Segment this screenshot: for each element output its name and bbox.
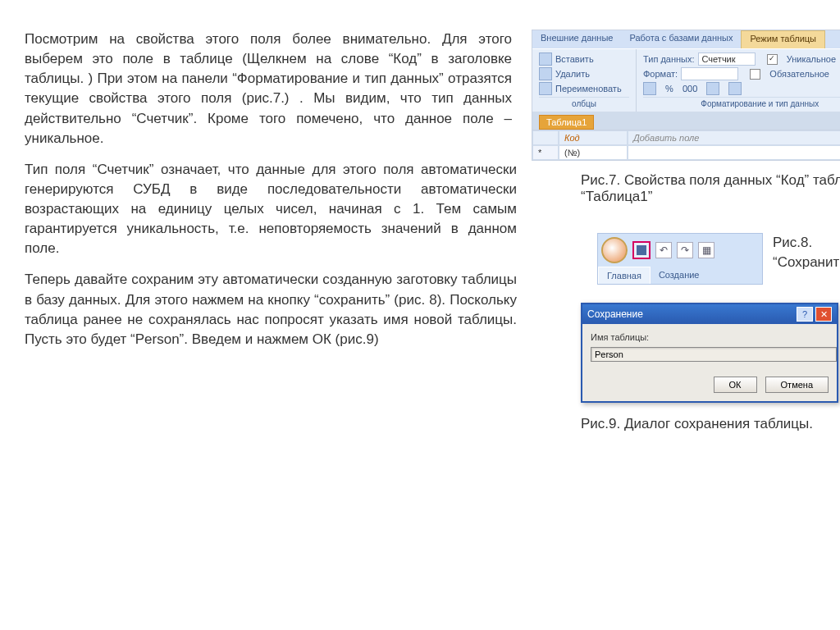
currency-icon[interactable]: [643, 82, 656, 95]
dialog-ok-button[interactable]: ОК: [714, 377, 757, 393]
percent-button[interactable]: %: [665, 84, 673, 94]
comma-format-button[interactable]: 000: [682, 84, 697, 94]
figure-7-ribbon: Внешние данные Работа с базами данных Ре…: [532, 30, 840, 161]
group-formatting-label: Форматирование и тип данных: [643, 97, 840, 108]
rename-icon: [539, 82, 552, 95]
office-button-icon[interactable]: [601, 237, 628, 263]
dialog-help-button[interactable]: ?: [797, 307, 813, 322]
insert-button[interactable]: Вставить: [555, 54, 594, 64]
required-label: Обязательное: [769, 69, 829, 79]
format-label: Формат:: [643, 69, 678, 79]
dialog-table-name-label: Имя таблицы:: [591, 332, 829, 342]
ribbon-tab-external-data[interactable]: Внешние данные: [532, 30, 621, 48]
undo-icon[interactable]: ↶: [655, 242, 672, 258]
data-type-dropdown[interactable]: Счетчик: [698, 52, 756, 66]
delete-button[interactable]: Удалить: [555, 69, 590, 79]
figure-8-caption-a: Рис.8.: [773, 235, 812, 250]
paragraph-3: Теперь давайте сохраним эту автоматическ…: [25, 270, 517, 349]
unique-checkbox[interactable]: ✓: [767, 54, 778, 65]
figure-7-caption: Рис.7. Свойства поля данных “Код” таблиц…: [532, 172, 840, 205]
paragraph-1: Посмотрим на свойства этого поля более в…: [25, 30, 517, 148]
ribbon-tab-table-mode[interactable]: Режим таблицы: [741, 30, 825, 48]
table-tab[interactable]: Таблица1: [539, 115, 594, 130]
required-checkbox[interactable]: [750, 69, 760, 80]
ribbon-tab-database-tools[interactable]: Работа с базами данных: [621, 30, 741, 48]
format-dropdown[interactable]: [681, 67, 738, 80]
save-icon: [637, 245, 646, 255]
save-button[interactable]: [632, 241, 651, 259]
dialog-close-button[interactable]: ✕: [815, 307, 832, 322]
decimal-dec-icon[interactable]: [728, 82, 742, 95]
table-cell-autonumber: (№): [559, 145, 628, 160]
unique-label: Уникальное: [787, 54, 836, 64]
table-view-icon[interactable]: ▦: [698, 242, 714, 258]
decimal-inc-icon[interactable]: [706, 82, 719, 95]
column-header-code[interactable]: Код: [559, 130, 628, 145]
insert-icon: [539, 52, 552, 66]
redo-icon[interactable]: ↷: [677, 242, 693, 258]
delete-icon: [539, 67, 552, 80]
dialog-cancel-button[interactable]: Отмена: [765, 377, 829, 393]
figure-8-qat: ↶ ↷ ▦ Главная Создание: [597, 233, 763, 285]
paragraph-2: Тип поля “Счетчик” означает, что данные …: [25, 160, 517, 259]
rename-button[interactable]: Переименовать: [555, 84, 622, 94]
tab-home[interactable]: Главная: [598, 267, 651, 284]
column-header-add-field[interactable]: Добавить поле: [628, 130, 840, 145]
dialog-table-name-input[interactable]: [591, 347, 837, 362]
figure-9-dialog: Сохранение ? ✕ Имя таблицы: ОК Отмена: [581, 303, 838, 403]
data-type-label: Тип данных:: [643, 54, 695, 64]
figure-9-caption: Рис.9. Диалог сохранения таблицы.: [532, 416, 840, 432]
dialog-title: Сохранение: [587, 308, 643, 320]
tab-create[interactable]: Создание: [651, 267, 708, 284]
group-columns-label: олбцы: [539, 97, 629, 108]
